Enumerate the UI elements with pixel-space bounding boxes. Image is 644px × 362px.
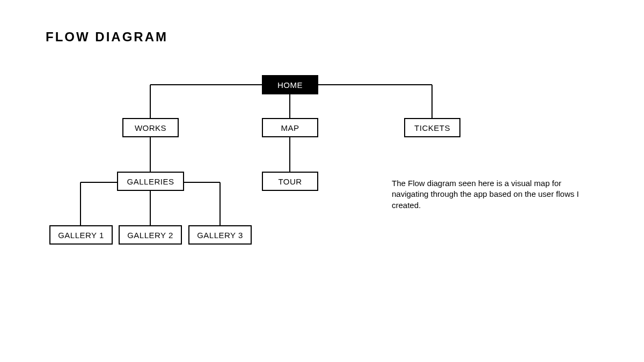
node-gallery-1-label: GALLERY 1 (58, 231, 104, 240)
node-gallery-2-label: GALLERY 2 (127, 231, 173, 240)
node-home-label: HOME (277, 80, 303, 90)
node-galleries-label: GALLERIES (127, 177, 174, 186)
node-works: WORKS (122, 118, 179, 137)
node-tickets-label: TICKETS (414, 123, 450, 132)
node-home: HOME (262, 75, 318, 94)
node-gallery-2: GALLERY 2 (119, 225, 182, 245)
node-works-label: WORKS (135, 123, 166, 132)
page-title: FLOW DIAGRAM (46, 29, 168, 45)
node-tickets: TICKETS (404, 118, 460, 137)
node-gallery-3: GALLERY 3 (188, 225, 252, 245)
node-tour-label: TOUR (278, 177, 302, 186)
node-map: MAP (262, 118, 318, 137)
node-gallery-3-label: GALLERY 3 (197, 231, 243, 240)
node-galleries: GALLERIES (117, 172, 184, 191)
node-gallery-1: GALLERY 1 (49, 225, 113, 245)
diagram-description: The Flow diagram seen here is a visual m… (392, 178, 585, 211)
flow-diagram: HOME WORKS MAP TICKETS GALLERIES TOUR GA… (43, 64, 483, 279)
node-map-label: MAP (281, 123, 299, 132)
node-tour: TOUR (262, 172, 318, 191)
page: FLOW DIAGRAM HOME WO (0, 0, 644, 362)
